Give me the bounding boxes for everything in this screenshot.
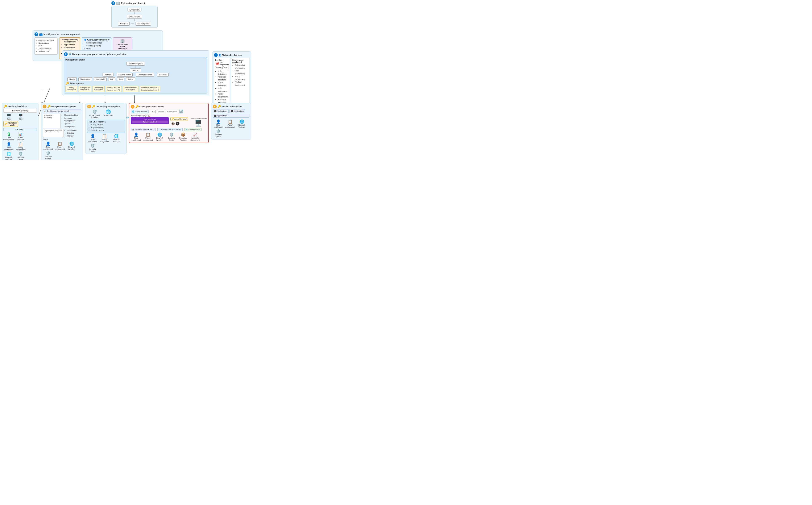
- role-entitlement-conn: 👤 Role entitlement: [87, 134, 98, 143]
- udr-box: UDR(s): [157, 110, 165, 113]
- key-vault-identity: 🔑Azure Key Vault: [3, 121, 18, 127]
- badge-a: A: [111, 1, 115, 5]
- mg-label: Management group: [65, 58, 206, 61]
- decom-sub: Decommissionedsubscription: [123, 86, 139, 92]
- security-center-sandbox: 🛡️ Security Center: [213, 129, 224, 138]
- landing-zone-subscriptions-section: F 🔑 Landing zone subscriptions 🌐 Virtual…: [129, 103, 209, 143]
- azure-ad-bullets: Service principal(s) Security group(s) U…: [84, 42, 110, 50]
- contoso-box: Contoso: [130, 68, 141, 72]
- network-watcher-conn: 🌐 Network Watcher: [111, 134, 122, 143]
- sap-mg: SAP: [108, 77, 115, 81]
- ddos-icon: 🛡️ Azure DDoS Standard: [87, 109, 102, 119]
- account-box: Account: [118, 22, 130, 26]
- app3-sandbox: ⬛Applications: [213, 114, 250, 118]
- policy-assignment-lz: 📋 Policy assignment: [143, 132, 153, 141]
- subscription-box: Subscription: [136, 22, 151, 26]
- identity-subs-title: Identity subscriptions: [8, 105, 27, 107]
- enterprise-enrollment-section: A 🏢 Enterprise enrollment Enrollment Dep…: [111, 1, 158, 27]
- identity-access-title: Identity and access management: [43, 33, 79, 35]
- sandbox-box: Sandbox: [157, 73, 169, 77]
- azure-monitor-identity: 📊 Azure Monitor: [15, 132, 26, 141]
- iam-bullets: Approval workflow Notifications MFA Acce…: [36, 39, 56, 53]
- key-vault-lz: 🔑Azure Key Vault: [170, 117, 188, 121]
- network-watcher-identity: 🌐 Network Watcher: [3, 152, 14, 160]
- sandbox-subs: Sandbox subscription 1 Sandbox subscript…: [140, 86, 160, 92]
- node-pool-box: User Node Pool System Node Pool: [131, 117, 169, 124]
- app1-sandbox: ⬛Applications: [213, 109, 229, 113]
- sandbox-subs-title: Sandbox subscriptions: [221, 106, 242, 108]
- azure-ad-title: Azure Active Directory: [87, 39, 110, 41]
- boards-box: Boards: [215, 66, 222, 69]
- mgmt-subs-title: Management subscriptions: [51, 106, 76, 108]
- management-group-section: C ⚙️ Management group and subscription o…: [62, 50, 209, 96]
- log-bullets: Dashboards Queries Alerting: [64, 129, 77, 138]
- badge-d: D: [43, 105, 46, 109]
- identity-mg: Identity: [67, 77, 77, 81]
- automation-bullets: Change tracking Inventory management Upd…: [61, 114, 81, 128]
- decommissioned-box: Decommissioned: [136, 73, 154, 77]
- management-subscriptions-section: D 🔑 Management subscriptions 📊 Dashboard…: [41, 103, 83, 160]
- automation-box: Automation account(s): [43, 114, 60, 128]
- azure-dns-icon: 🌐 Azure DNS: [103, 109, 114, 119]
- dc2-icon-item: 🖥️ DC2: [15, 114, 26, 120]
- git-bullets: Role definitions PolicySet definitions P…: [215, 70, 229, 104]
- role-entitlement-mgmt: 👤 Role entitlement: [43, 141, 53, 150]
- policy-assignment-identity: 📋 Policy assignment: [15, 142, 26, 151]
- platform-devops-title: Platform DevOps team: [222, 54, 242, 56]
- identity-sub: Identitysubscription: [65, 86, 77, 92]
- role-entitlement-sandbox: 👤 Role entitlement: [213, 119, 224, 128]
- resource-groups-box: Resource group(s): [3, 109, 37, 113]
- platform-devops-section: I 👤 Platform DevOps team DevOps 🐙 Git Re…: [212, 51, 251, 107]
- connectivity-sub: Connectivitysubscription: [93, 86, 105, 92]
- monitor-containers-lz: 📈 Monitor for Containers: [189, 132, 200, 141]
- connectivity-subs-title: Connectivity subscriptions: [96, 106, 120, 108]
- badge-b: B: [34, 32, 38, 36]
- badge-c: C: [64, 52, 68, 56]
- enterprise-enrollment-title: Enterprise enrollment: [121, 2, 145, 4]
- management-group-title: Management group and subscription organi…: [72, 53, 127, 55]
- role-entitlement-lz: 👤 Role entitlement: [131, 132, 142, 141]
- policy-assignment-mgmt: 📋 Policy assignment: [54, 141, 65, 150]
- department-box: Department: [127, 15, 142, 19]
- tenant-root-box: Tenant root group: [126, 62, 145, 65]
- badge-e: E: [87, 105, 91, 109]
- policy-assignment-conn: 📋 Policy assignment: [99, 134, 110, 143]
- security-center-conn: 🛡️ Security Center: [87, 144, 98, 152]
- badge-i: I: [214, 53, 218, 57]
- dc1-icon-item: 🖥️ DC1: [3, 114, 14, 120]
- nsg-box: NSG/ASG(s): [166, 110, 178, 113]
- landing-zone-subs-title: Landing zone subscriptions: [139, 106, 165, 108]
- recovery-lz: ☁️Recovery Services vault(s): [157, 128, 183, 131]
- cost-mgmt-identity: 💲 Cost management: [3, 132, 14, 141]
- security-center-lz: 🛡️ Security Center: [166, 132, 177, 141]
- wiki-box: Wiki: [223, 66, 228, 69]
- sandbox-subscriptions-section: H 🔑 Sandbox subscriptions ⬛Applications …: [211, 103, 251, 140]
- policy-assignment-sandbox: 📋 Policy assignment: [225, 119, 235, 128]
- landing-zones-box: Landing zones: [117, 73, 133, 77]
- enrollment-box: Enrollment: [128, 8, 141, 12]
- security-center-identity: 🛡️ Security Center: [15, 152, 26, 160]
- landing-zone-subs: Landing zone A1 Landing zone A2: [106, 86, 122, 92]
- badge-h: H: [213, 105, 217, 109]
- platform-box: Platform: [103, 73, 114, 77]
- role-entitlement-identity: 👤 Role entitlement: [3, 142, 14, 151]
- connectivity-subscriptions-section: E 🔑 Connectivity subscriptions 🛡️ Azure …: [86, 103, 127, 154]
- network-watcher-lz: 🌐 Network Watcher: [154, 132, 165, 141]
- network-watcher-mgmt: 🌐 Network Watcher: [66, 141, 77, 150]
- diagram-container: A 🏢 Enterprise enrollment Enrollment Dep…: [0, 0, 252, 160]
- badge-f: F: [131, 105, 135, 109]
- app2-sandbox: ⬛Applications: [229, 109, 245, 113]
- log-analytics-box: Log analytics workspace: [43, 129, 63, 138]
- dashboards-mgmt: 📊 Dashboards (Azure portal): [43, 109, 81, 113]
- management-mg: Management: [78, 77, 92, 81]
- hub-vnet-label: Hub VNet Region 1: [89, 121, 123, 123]
- subset-label: Subset: [43, 139, 81, 141]
- hub-bullets: Azure Firewall ExpressRoute VPN (P25/S2S…: [89, 123, 123, 132]
- pim-title: Privileged Identity Management: [61, 39, 78, 43]
- connectivity-mg: Connectivity: [94, 77, 107, 81]
- subscriptions-label: Subscriptions: [70, 82, 84, 85]
- management-sub: Managementsubscription: [78, 86, 92, 92]
- online-mg: Online: [126, 77, 135, 81]
- dashboards-lz: 📊Dashboards (Azure portal): [131, 128, 156, 131]
- shared-services-lz: 🔗Shared services: [184, 128, 201, 131]
